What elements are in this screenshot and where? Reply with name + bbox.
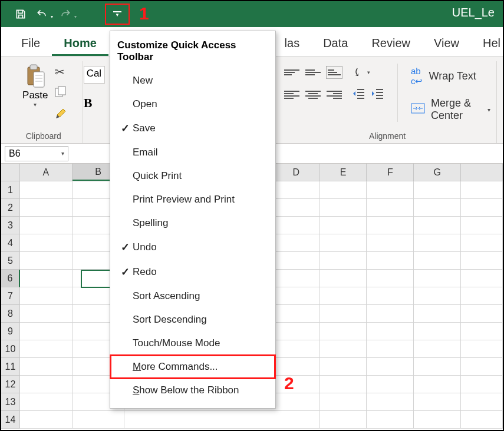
cell[interactable] [273,358,320,376]
cell[interactable] [273,252,320,270]
tab-home[interactable]: Home [52,29,108,56]
orientation-caret[interactable]: ▾ [367,69,370,75]
dropdown-item[interactable]: ✓Undo [110,235,275,260]
dropdown-item[interactable]: Touch/Mouse Mode [110,331,275,355]
align-center-icon[interactable] [305,89,321,101]
row-header[interactable]: 2 [1,199,20,217]
row-header[interactable]: 11 [1,358,20,376]
cell[interactable] [320,358,367,376]
redo-dropdown-caret[interactable]: ▾ [74,14,77,23]
dropdown-item[interactable]: Spelling [110,211,275,235]
cell[interactable] [273,323,320,340]
cell[interactable] [20,340,73,358]
row-header[interactable]: 3 [1,217,20,234]
cell[interactable] [20,199,73,217]
align-right-icon[interactable] [327,89,342,101]
cell[interactable] [414,234,461,252]
cell[interactable] [414,181,461,199]
undo-dropdown-caret[interactable]: ▾ [51,14,53,23]
cell[interactable] [414,217,461,234]
cell[interactable] [414,393,461,411]
dropdown-item[interactable]: Print Preview and Print [110,188,275,211]
paste-caret-icon[interactable]: ▾ [34,101,37,108]
cell[interactable] [320,234,367,252]
dropdown-item[interactable]: ✓Redo [110,260,275,284]
decrease-indent-icon[interactable] [353,88,365,101]
dropdown-item[interactable]: New [110,69,275,92]
cell[interactable] [73,411,125,429]
cell[interactable] [273,270,320,287]
cell[interactable] [367,305,414,323]
row-header[interactable]: 9 [1,323,20,340]
cell[interactable] [273,411,320,429]
save-icon[interactable] [12,5,29,23]
cell[interactable] [320,287,367,305]
customize-qat-button[interactable]: ▼ [105,4,130,25]
col-header-F[interactable]: F [367,164,414,181]
cell[interactable] [273,199,320,217]
font-name-box[interactable]: Cal [84,66,105,84]
cell[interactable] [461,340,503,358]
cell[interactable] [320,376,367,393]
cell[interactable] [20,376,73,393]
col-header-blank[interactable] [461,164,503,181]
cell[interactable] [320,252,367,270]
cell[interactable] [414,411,461,429]
row-header[interactable]: 12 [1,376,20,393]
tab-formulas-partial[interactable]: las [285,29,312,56]
cell[interactable] [367,252,414,270]
merge-caret-icon[interactable]: ▾ [487,107,490,113]
cell[interactable] [20,393,73,411]
cell[interactable] [320,270,367,287]
cell[interactable] [414,340,461,358]
cell[interactable] [461,234,503,252]
cell[interactable] [367,287,414,305]
cell[interactable] [320,323,367,340]
undo-icon[interactable] [33,5,51,23]
col-header-E[interactable]: E [320,164,367,181]
dropdown-item[interactable]: Sort Ascending [110,284,275,308]
bold-button[interactable]: B [84,95,107,111]
increase-indent-icon[interactable] [371,88,384,101]
cell[interactable] [273,234,320,252]
dropdown-item[interactable]: ✓Save [110,116,275,141]
cell[interactable] [20,411,73,429]
dropdown-item[interactable]: Sort Descending [110,308,275,331]
cell[interactable] [320,393,367,411]
cell[interactable] [367,217,414,234]
col-header-A[interactable]: A [20,164,73,181]
cell[interactable] [20,305,73,323]
row-header[interactable]: 13 [1,393,20,411]
cell[interactable] [367,181,414,199]
cell[interactable] [320,411,367,429]
merge-center-button[interactable]: Merge & Center ▾ [411,97,490,122]
cell[interactable] [414,252,461,270]
redo-icon[interactable] [57,5,74,23]
cell[interactable] [414,376,461,393]
cell[interactable] [461,323,503,340]
cell[interactable] [367,393,414,411]
cell[interactable] [461,358,503,376]
cell[interactable] [273,217,320,234]
row-header[interactable]: 8 [1,305,20,323]
tab-review[interactable]: Review [360,29,422,56]
dropdown-item[interactable]: More Commands... [110,355,275,379]
cell[interactable] [367,358,414,376]
cell[interactable] [461,411,503,429]
col-header-G[interactable]: G [414,164,461,181]
cell[interactable] [20,358,73,376]
cell[interactable] [461,270,503,287]
cell[interactable] [461,181,503,199]
cell[interactable] [461,376,503,393]
cell[interactable] [273,393,320,411]
cell[interactable] [367,234,414,252]
paste-button[interactable]: Paste ▾ [19,64,51,108]
cell[interactable] [414,323,461,340]
dropdown-item[interactable]: Email [110,141,275,164]
align-bottom-icon[interactable] [327,67,342,78]
cell[interactable] [414,270,461,287]
format-painter-icon[interactable] [55,107,68,121]
row-header[interactable]: 7 [1,287,20,305]
select-all-corner[interactable] [1,164,20,181]
cell[interactable] [20,323,73,340]
